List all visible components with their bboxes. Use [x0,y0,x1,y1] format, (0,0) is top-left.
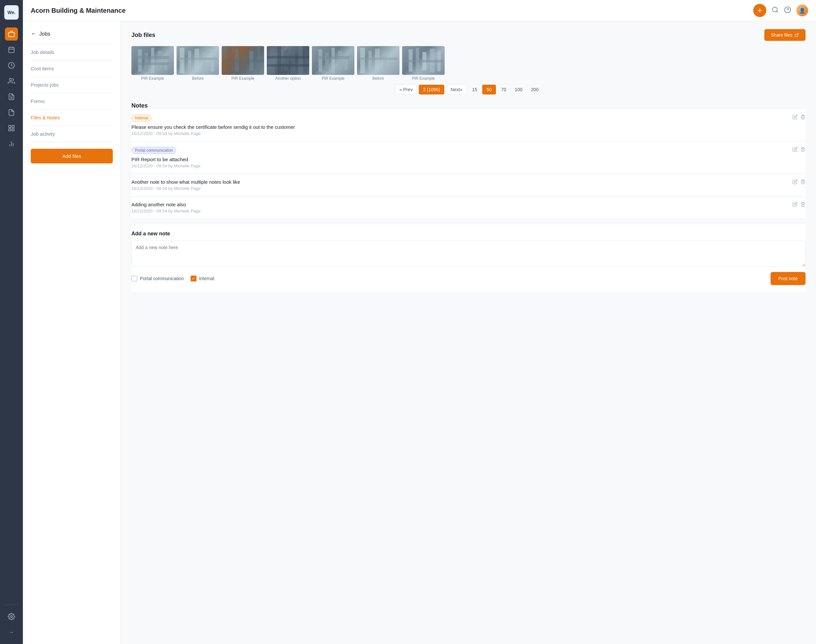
svg-rect-23 [144,53,149,72]
avatar-image: 👤 [796,5,808,16]
job-files-header: Job files Share files [132,29,805,41]
svg-rect-50 [325,53,329,72]
nav-grid-icon[interactable] [5,122,18,135]
gallery-item-1[interactable]: PIR Example [132,46,174,81]
add-button[interactable]: + [753,4,766,17]
help-icon[interactable] [784,6,791,15]
gallery-image-4 [267,46,309,75]
back-to-jobs[interactable]: ← Jobs [23,28,121,43]
note-item-4: Adding another note also 16/12/2020 - 09… [132,196,805,219]
svg-rect-31 [195,49,199,72]
page-size-200[interactable]: 200 [528,85,542,94]
sidebar-divider-4 [31,93,113,93]
note-edit-icon-2[interactable] [793,147,798,153]
sidebar-item-job-activity[interactable]: Job activity [23,127,121,141]
svg-rect-65 [405,60,443,63]
page-size-70[interactable]: 70 [498,85,510,94]
svg-rect-41 [270,48,275,73]
next-page-button[interactable]: Next» [446,85,467,95]
svg-rect-51 [331,48,335,73]
add-note-section: Add a new note Portal communication ✓ In… [132,224,805,291]
note-edit-icon-1[interactable] [793,114,798,121]
svg-rect-28 [137,63,169,65]
page-size-50[interactable]: 50 [482,85,496,95]
nav-users-icon[interactable] [5,75,18,87]
app-logo[interactable]: We. [4,5,18,20]
nav-expand-arrow[interactable]: → [5,626,18,639]
internal-option[interactable]: ✓ Internal [190,276,215,281]
content-area: ← Jobs Job details Cost items Projects j… [23,21,816,644]
svg-rect-46 [304,49,308,72]
svg-rect-10 [12,126,14,127]
portal-communication-option[interactable]: Portal communication [132,276,184,281]
nav-doc-icon[interactable] [5,106,18,119]
sidebar-item-forms[interactable]: Forms [23,95,121,108]
avatar[interactable]: 👤 [796,5,808,16]
back-label: Jobs [39,31,51,37]
sidebar-divider [31,44,113,44]
note-text-4: Adding another note also [132,202,805,207]
search-icon[interactable] [772,6,779,15]
portal-communication-label: Portal communication [140,276,184,281]
nav-calendar-icon[interactable] [5,43,18,56]
gallery-item-2[interactable]: Before [176,46,219,81]
note-edit-icon-4[interactable] [793,202,798,208]
current-page-button[interactable]: 2 (1096) [419,85,444,95]
gallery-caption-5: PIR Example [312,76,354,81]
sidebar: ← Jobs Job details Cost items Projects j… [23,21,121,644]
note-delete-icon-3[interactable] [800,179,805,186]
note-delete-icon-1[interactable] [800,114,805,121]
note-actions-2 [793,147,805,153]
nav-clock-icon[interactable] [5,59,18,72]
gallery-item-3[interactable]: PIR Example [222,46,264,81]
sidebar-divider-7 [31,142,113,142]
svg-rect-32 [203,53,207,71]
page-size-100[interactable]: 100 [512,85,526,94]
header-actions: + 👤 [753,4,808,17]
portal-communication-checkbox[interactable] [132,276,137,281]
svg-rect-57 [375,49,380,72]
note-meta-3: 16/12/2020 - 09:54 by Michelle Page [132,186,805,191]
note-item-3: Another note to show what multiple notes… [132,174,805,196]
note-actions-4 [793,202,805,208]
svg-rect-52 [338,51,342,70]
nav-settings-icon[interactable] [5,610,18,623]
sidebar-item-files-notes[interactable]: Files & Notes [23,111,121,124]
gallery-item-6[interactable]: Before [357,46,399,81]
sidebar-item-cost-items[interactable]: Cost items [23,62,121,75]
gallery-caption-4: Another option [267,76,309,81]
gallery-image-3 [222,46,264,75]
note-text-1: Please ensure you check the certificate … [132,124,805,130]
nav-bar: We. → [0,0,23,644]
nav-jobs-icon[interactable] [5,28,18,41]
svg-rect-25 [158,51,161,70]
nav-reports-icon[interactable] [5,90,18,103]
gallery-item-4[interactable]: Another option [267,46,309,81]
nav-chart-icon[interactable] [5,137,18,150]
note-item-2: Portal communication PIR Report to be at… [132,141,805,174]
note-textarea[interactable] [132,241,805,267]
note-actions-1 [793,114,805,121]
back-arrow-icon: ← [31,31,37,37]
svg-rect-47 [267,56,309,58]
prev-page-button[interactable]: « Prev [395,85,417,95]
internal-checkbox[interactable]: ✓ [190,276,196,281]
page-size-15[interactable]: 15 [469,85,480,94]
gallery-item-7[interactable]: PIR Example [402,46,445,81]
sidebar-item-project-jobs[interactable]: Projects jobs [23,78,121,92]
svg-rect-43 [284,50,288,71]
note-tag-portal: Portal communication [132,147,176,154]
note-actions-3 [793,179,805,186]
note-edit-icon-3[interactable] [793,179,798,186]
sidebar-divider-6 [31,126,113,126]
sidebar-item-job-details[interactable]: Job details [23,46,121,59]
post-note-button[interactable]: Post note [770,272,805,285]
add-files-button[interactable]: Add files [31,149,113,164]
gallery-item-5[interactable]: PIR Example [312,46,354,81]
svg-rect-45 [298,46,303,75]
note-delete-icon-4[interactable] [800,202,805,208]
gallery-caption-3: PIR Example [222,76,264,81]
note-delete-icon-2[interactable] [800,147,805,153]
share-files-button[interactable]: Share files [764,29,805,41]
gallery-image-6 [357,46,399,75]
